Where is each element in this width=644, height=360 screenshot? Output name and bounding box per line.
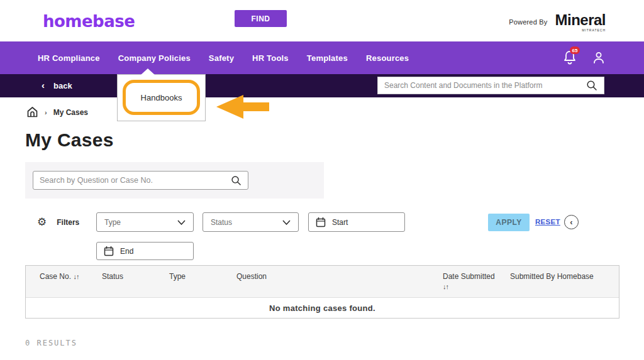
homebase-logo[interactable]: homebase [43,12,135,31]
chevron-left-circle-icon: ‹ [570,217,572,227]
top-header: homebase Powered By Mineral MITRATECH [0,0,644,41]
table-header-row: Case No. ↓↑ Status Type Question Date Su… [26,266,619,298]
back-label: back [53,81,72,90]
global-search-input[interactable] [384,81,586,90]
col-label: Date Submitted [443,272,495,281]
user-account-icon[interactable] [592,51,605,65]
case-search-box [33,171,248,190]
app-window: homebase Powered By Mineral MITRATECH HR… [0,0,644,360]
mitratech-sub-text: MITRATECH [582,28,606,32]
search-icon[interactable] [231,175,242,186]
find-button[interactable]: FIND [235,10,287,27]
case-search-input[interactable] [40,176,231,185]
secondary-bar: ‹ back [0,74,644,97]
nav-item-safety[interactable]: Safety [209,53,234,63]
nav-item-resources[interactable]: Resources [366,53,409,63]
filters-label: Filters [57,218,79,227]
start-date-label: Start [332,218,348,227]
company-policies-dropdown: Handbooks [117,74,206,121]
sort-arrows-icon[interactable]: ↓↑ [73,273,79,280]
nav-item-hr-compliance[interactable]: HR Compliance [38,53,100,63]
reset-link[interactable]: RESET [535,218,560,226]
col-header-question: Question [236,266,443,297]
end-date-picker[interactable]: End [96,242,194,260]
page-title: My Cases [25,129,114,151]
home-icon[interactable] [26,106,38,118]
annotation-arrow-icon [216,95,269,119]
col-label: Type [169,272,186,281]
nav-utilities: 65 [564,41,605,74]
back-button[interactable]: ‹ back [42,80,72,91]
status-filter-value: Status [211,218,282,227]
col-label: Case No. [40,272,71,281]
breadcrumb: › My Cases [26,106,88,118]
col-label: Question [236,272,267,281]
primary-nav: HR Compliance Company Policies Safety HR… [0,41,644,74]
dropdown-item-handbooks[interactable]: Handbooks [141,93,182,102]
col-header-date-submitted[interactable]: Date Submitted ↓↑ [443,266,510,297]
mineral-brand-text: Mineral [555,13,606,28]
results-count: 0 RESULTS [25,339,77,347]
chevron-down-icon [282,220,291,225]
start-date-picker[interactable]: Start [308,212,405,232]
col-label: Submitted By Homebase [510,272,594,281]
notification-count-badge: 65 [570,46,580,54]
collapse-filters-button[interactable]: ‹ [564,215,579,229]
col-header-status: Status [102,266,169,297]
col-header-case-no[interactable]: Case No. ↓↑ [26,266,102,297]
sort-arrows-icon[interactable]: ↓↑ [443,282,505,292]
filters-label-group: ⚙ Filters [37,217,79,228]
cases-table: Case No. ↓↑ Status Type Question Date Su… [25,265,619,319]
col-label: Status [102,272,123,281]
mineral-logo: Mineral MITRATECH [555,13,606,32]
chevron-down-icon [177,220,186,225]
powered-by-label: Powered By [509,18,547,26]
notifications-button[interactable]: 65 [564,50,577,65]
calendar-icon [316,217,326,227]
empty-message: No matching cases found. [269,303,375,313]
nav-item-hr-tools[interactable]: HR Tools [252,53,289,63]
type-filter-select[interactable]: Type [96,212,194,232]
gear-icon: ⚙ [37,217,47,228]
breadcrumb-current: My Cases [53,108,88,117]
status-filter-select[interactable]: Status [203,212,299,232]
col-header-type: Type [169,266,236,297]
annotation-highlight-ring: Handbooks [123,80,200,115]
apply-button[interactable]: APPLY [488,214,530,231]
search-icon[interactable] [586,80,597,91]
col-header-submitted-by: Submitted By Homebase [510,266,619,297]
nav-items: HR Compliance Company Policies Safety HR… [38,53,409,63]
breadcrumb-separator: › [45,109,47,116]
end-date-label: End [120,247,133,256]
dropdown-caret [141,68,155,75]
nav-item-company-policies[interactable]: Company Policies [118,53,191,63]
case-search-panel [25,162,324,199]
type-filter-value: Type [104,218,177,227]
global-search-box [377,77,604,94]
nav-item-templates[interactable]: Templates [307,53,348,63]
calendar-icon [104,246,114,256]
chevron-left-icon: ‹ [42,80,45,91]
powered-by-block: Powered By Mineral MITRATECH [509,13,606,32]
table-empty-row: No matching cases found. [26,298,619,318]
